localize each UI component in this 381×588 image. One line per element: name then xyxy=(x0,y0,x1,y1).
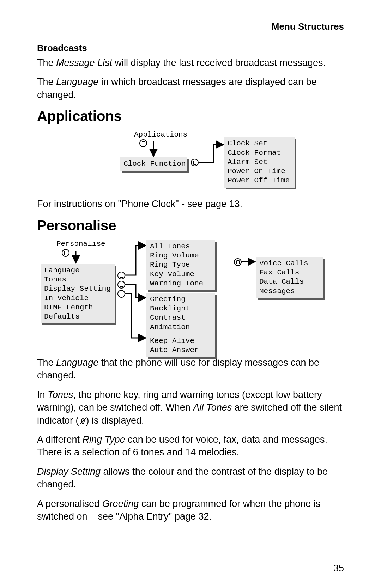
personalise-p5: A personalised Greeting can be programme… xyxy=(37,497,344,523)
text-fragment: ) is displayed. xyxy=(86,415,144,426)
text-fragment: will display the last received broadcast… xyxy=(112,57,326,68)
menu-box-ringtype: Voice Calls Fax Calls Data Calls Message… xyxy=(256,257,323,298)
text-italic: Message List xyxy=(56,57,112,68)
personalise-p4: Display Setting allows the colour and th… xyxy=(37,465,344,491)
broadcasts-p1: The Message List will display the last r… xyxy=(37,56,344,69)
text-fragment: The xyxy=(37,57,56,68)
nav-icon xyxy=(117,290,125,298)
silent-icon xyxy=(79,414,86,427)
text-fragment: The xyxy=(37,77,56,87)
nav-icon xyxy=(62,249,69,257)
document-page: Menu Structures Broadcasts The Message L… xyxy=(0,0,381,588)
text-fragment: In xyxy=(37,389,48,400)
text-italic: All Tones xyxy=(193,402,232,413)
nav-icon xyxy=(139,139,147,147)
nav-icon xyxy=(117,281,125,289)
menu-box-clock-submenu: Clock Set Clock Format Alarm Set Power O… xyxy=(224,137,295,187)
diagram-label-applications: Applications xyxy=(134,131,187,139)
menu-box-clock-function: Clock Function xyxy=(120,157,187,171)
text-italic: Display Setting xyxy=(37,466,101,477)
text-fragment: A different xyxy=(37,434,83,445)
svg-point-2 xyxy=(82,423,83,424)
broadcasts-p2: The Language in which broadcast messages… xyxy=(37,75,344,101)
text-italic: Ring Type xyxy=(83,434,125,445)
page-header: Menu Structures xyxy=(37,21,344,32)
personalise-heading: Personalise xyxy=(37,218,344,234)
nav-icon xyxy=(117,272,125,279)
text-fragment: The xyxy=(37,357,56,368)
text-italic: Tones xyxy=(48,389,73,400)
text-italic: Language xyxy=(56,77,98,87)
menu-box-vehicle: Keep Alive Auto Answer xyxy=(146,334,215,357)
nav-icon xyxy=(234,258,242,266)
menu-box-tones: All Tones Ring Volume Ring Type Key Volu… xyxy=(146,240,215,290)
diagram-label-personalise: Personalise xyxy=(56,240,105,248)
personalise-diagram: Personalise Language Tones Display Setti… xyxy=(37,240,344,349)
personalise-p3: A different Ring Type can be used for vo… xyxy=(37,433,344,459)
personalise-p1: The Language that the phone will use for… xyxy=(37,356,344,382)
text-italic: Greeting xyxy=(102,498,139,509)
text-fragment: A personalised xyxy=(37,498,102,509)
page-number: 35 xyxy=(333,563,344,574)
applications-heading: Applications xyxy=(37,108,344,124)
applications-footnote: For instructions on "Phone Clock" - see … xyxy=(37,198,344,210)
broadcasts-heading: Broadcasts xyxy=(37,43,344,54)
text-italic: Language xyxy=(56,357,98,368)
personalise-p2: In Tones, the phone key, ring and warnin… xyxy=(37,388,344,427)
menu-box-personalise-main: Language Tones Display Setting In Vehicl… xyxy=(41,264,115,324)
applications-diagram: Applications Clock Function Clock Set Cl… xyxy=(83,131,330,190)
nav-icon xyxy=(191,159,199,166)
menu-box-display: Greeting Backlight Contrast Animation xyxy=(146,293,215,334)
